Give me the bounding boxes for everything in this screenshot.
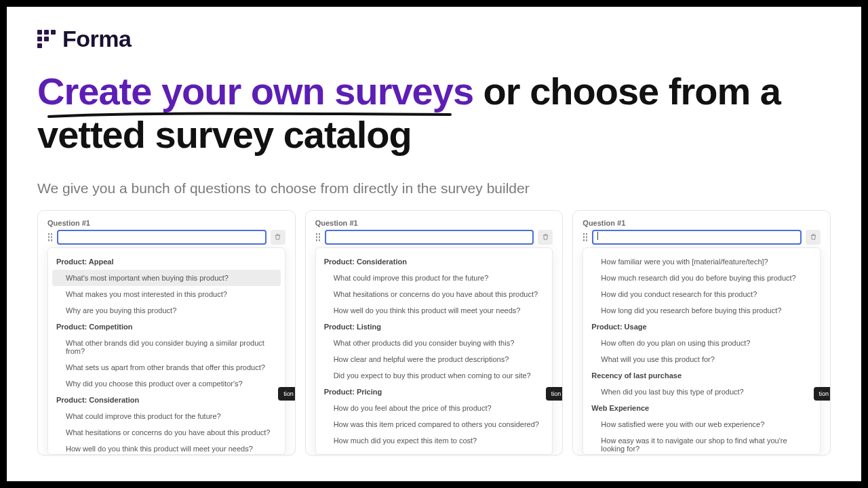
suggestion-group-title: Product: Consideration <box>48 392 285 408</box>
suggestion-item[interactable]: How much did you expect this item to cos… <box>316 432 553 449</box>
survey-card: Question #1How familiar were you with [m… <box>572 210 831 455</box>
partial-badge: tion <box>278 387 296 401</box>
suggestion-group-title: Product: Appeal <box>48 253 285 270</box>
cards-row: Question #1Product: AppealWhat's most im… <box>37 210 831 455</box>
suggestion-item[interactable]: How clear and helpful were the product d… <box>316 351 553 367</box>
delete-button[interactable] <box>538 230 553 245</box>
question-input-row <box>583 230 821 245</box>
subtitle: We give you a bunch of questions to choo… <box>37 180 831 197</box>
suggestion-item[interactable]: How well do you think this product will … <box>48 441 285 455</box>
question-input[interactable] <box>57 230 267 245</box>
suggestion-group-title: Product: Usage <box>583 319 820 335</box>
question-label: Question #1 <box>47 219 285 227</box>
suggestion-item[interactable]: How well do you think this product will … <box>316 302 553 319</box>
suggestion-item[interactable]: What hesitations or concerns do you have… <box>316 286 553 302</box>
suggestion-group-title: Web Experience <box>583 400 820 416</box>
question-input[interactable] <box>325 230 534 245</box>
question-label: Question #1 <box>583 219 821 227</box>
suggestion-item[interactable]: Why are you buying this product? <box>48 302 285 319</box>
suggestion-item[interactable]: What do you think is the value for money… <box>316 449 553 455</box>
suggestion-item[interactable]: What makes you most interested in this p… <box>48 286 285 302</box>
suggestion-item[interactable]: How satisfied were you with our web expe… <box>583 416 820 432</box>
logo-text: Forma <box>62 26 131 52</box>
question-input[interactable] <box>592 230 802 245</box>
suggestion-item[interactable]: What other brands did you consider buyin… <box>48 335 285 359</box>
suggestion-group-title: Product: Competition <box>48 319 285 335</box>
suggestion-item[interactable]: What other products did you consider buy… <box>316 335 553 351</box>
partial-badge: tion <box>546 387 564 401</box>
suggestion-item[interactable]: How much research did you do before buyi… <box>583 270 820 286</box>
question-suggestions-dropdown: How familiar were you with [material/fea… <box>583 247 821 455</box>
drag-handle-icon[interactable] <box>47 232 53 242</box>
survey-card: Question #1Product: AppealWhat's most im… <box>37 210 296 455</box>
suggestion-group-title: Product: Listing <box>316 319 553 335</box>
suggestion-item[interactable]: How did you conduct research for this pr… <box>583 286 820 302</box>
suggestion-item[interactable]: What sets us apart from other brands tha… <box>48 359 285 375</box>
suggestion-item[interactable]: What's most important when buying this p… <box>52 270 281 286</box>
suggestion-item[interactable]: What will you use this product for? <box>583 351 820 367</box>
drag-handle-icon[interactable] <box>315 232 321 242</box>
suggestion-item[interactable]: How easy was it to navigate our shop to … <box>583 432 820 455</box>
suggestion-item[interactable]: How was this item priced compared to oth… <box>316 416 553 432</box>
delete-button[interactable] <box>806 230 821 245</box>
question-suggestions-dropdown: Product: ConsiderationWhat could improve… <box>315 247 553 455</box>
suggestion-group-title: Product: Consideration <box>316 253 553 270</box>
partial-badge: tion <box>814 387 831 401</box>
question-suggestions-dropdown: Product: AppealWhat's most important whe… <box>47 247 285 455</box>
drag-handle-icon[interactable] <box>583 232 588 242</box>
suggestion-item[interactable]: What could improve this product for the … <box>48 408 285 424</box>
suggestion-item[interactable]: What could improve this product for the … <box>316 270 553 286</box>
survey-card: Question #1Product: ConsiderationWhat co… <box>305 210 564 455</box>
suggestion-item[interactable]: Why did you choose this product over a c… <box>48 375 285 392</box>
suggestion-item[interactable]: How familiar were you with [material/fea… <box>583 253 820 270</box>
suggestion-item[interactable]: When did you last buy this type of produ… <box>583 384 820 400</box>
suggestion-group-title: Recency of last purchase <box>583 367 820 384</box>
suggestion-item[interactable]: Did you expect to buy this product when … <box>316 367 553 384</box>
question-input-row <box>315 230 553 245</box>
delete-button[interactable] <box>271 230 285 245</box>
question-input-row <box>47 230 285 245</box>
question-label: Question #1 <box>315 219 553 227</box>
page-title: Create your own surveys or choose from a… <box>37 70 831 157</box>
suggestion-item[interactable]: How often do you plan on using this prod… <box>583 335 820 351</box>
logo-mark-icon <box>37 30 56 48</box>
headline-accent: Create your own surveys <box>37 70 473 113</box>
suggestion-group-title: Product: Pricing <box>316 384 553 400</box>
suggestion-item[interactable]: What hesitations or concerns do you have… <box>48 424 285 441</box>
suggestion-item[interactable]: How do you feel about the price of this … <box>316 400 553 416</box>
brand-logo: Forma <box>37 26 831 52</box>
suggestion-item[interactable]: How long did you research before buying … <box>583 302 820 319</box>
